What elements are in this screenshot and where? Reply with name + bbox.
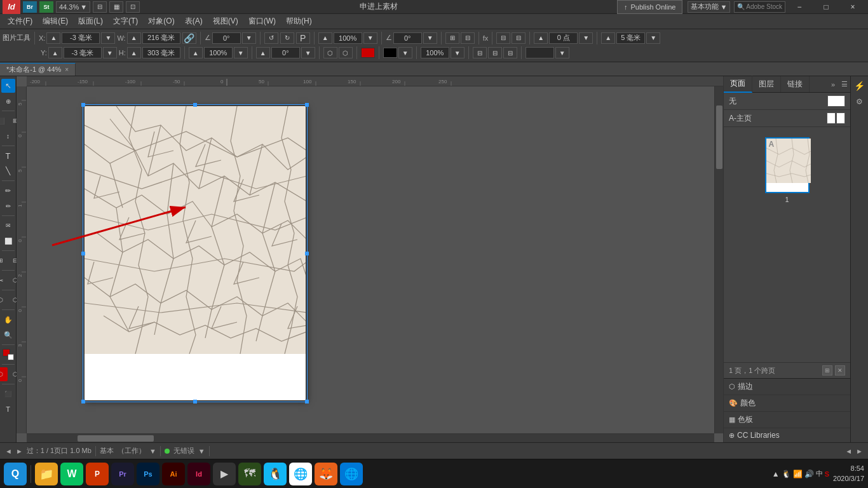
- stock-icon[interactable]: St: [39, 1, 53, 13]
- y-input[interactable]: [64, 47, 102, 58]
- menu-help[interactable]: 帮助(H): [281, 14, 317, 29]
- y-up[interactable]: ▲: [48, 47, 62, 58]
- free-transform[interactable]: ⬡: [0, 293, 8, 307]
- h-scroll-thumb[interactable]: [78, 435, 154, 442]
- document-tab[interactable]: *未命名-1 @ 44% ×: [0, 63, 76, 76]
- shear-input[interactable]: [271, 47, 300, 58]
- page-tool[interactable]: ⬛: [0, 114, 8, 128]
- taskbar-maps[interactable]: 🗺: [238, 463, 261, 485]
- flip-v[interactable]: ⬡: [323, 47, 337, 58]
- flip-h[interactable]: P: [296, 32, 310, 44]
- align-btn2[interactable]: ⊟: [512, 32, 526, 44]
- taskbar-wechat[interactable]: W: [60, 463, 83, 485]
- arrange-bot[interactable]: ⊟: [488, 47, 502, 58]
- pencil-tool[interactable]: ✏: [1, 184, 15, 198]
- menu-window[interactable]: 窗口(W): [243, 14, 281, 29]
- frame-fitting[interactable]: ⬛: [1, 387, 15, 401]
- panel-menu-btn[interactable]: ☰: [839, 80, 850, 88]
- view-btn[interactable]: ⊡: [126, 1, 140, 13]
- close-button[interactable]: ×: [840, 0, 865, 14]
- taskbar-clock[interactable]: 8:54 2020/3/17: [833, 464, 864, 484]
- w-up[interactable]: ▲: [127, 32, 141, 44]
- x-up[interactable]: ▲: [46, 32, 60, 44]
- tray-qq[interactable]: 🐧: [782, 470, 791, 478]
- select-tool[interactable]: ↖: [1, 79, 15, 93]
- hand-tool[interactable]: ✋: [1, 313, 15, 327]
- taskbar-illustrator[interactable]: Ai: [162, 463, 185, 485]
- size-arrow[interactable]: ▼: [646, 32, 660, 44]
- constrain-btn[interactable]: 🔗: [182, 32, 196, 44]
- stroke-panel-btn[interactable]: ⬡ 描边: [724, 379, 850, 395]
- taskbar-qq[interactable]: 🐧: [264, 463, 287, 485]
- menu-file[interactable]: 文件(F): [3, 14, 37, 29]
- settings-btn[interactable]: ⚙: [853, 95, 867, 109]
- taskbar-file-explorer[interactable]: 📁: [35, 463, 58, 485]
- opacity-arrow[interactable]: ▼: [451, 47, 465, 58]
- shape-tool1[interactable]: ⊞: [0, 254, 8, 268]
- shear-arrow[interactable]: ▼: [301, 47, 315, 58]
- text-frame[interactable]: T: [1, 402, 15, 416]
- menu-layout[interactable]: 版面(L): [73, 14, 108, 29]
- h-input[interactable]: [142, 47, 180, 58]
- w-input[interactable]: [142, 32, 180, 44]
- taskbar-media[interactable]: ▶: [213, 463, 236, 485]
- h-up[interactable]: ▲: [127, 47, 141, 58]
- size2-input[interactable]: [526, 47, 554, 58]
- rotate-right[interactable]: ↻: [280, 32, 294, 44]
- minimize-button[interactable]: −: [787, 0, 812, 14]
- scale-y-arrow[interactable]: ▼: [234, 47, 248, 58]
- scale-y-input[interactable]: [204, 47, 233, 58]
- arrange-top[interactable]: ⊟: [473, 47, 487, 58]
- menu-edit[interactable]: 编辑(E): [37, 14, 73, 29]
- horizontal-scrollbar[interactable]: [27, 433, 714, 442]
- layout-btn[interactable]: ▦: [109, 1, 123, 13]
- arrange-btn[interactable]: ⊟: [93, 1, 107, 13]
- pages-tab[interactable]: 页面: [724, 76, 752, 93]
- zoom-tool[interactable]: 🔍: [1, 328, 15, 342]
- scale-x-arrow[interactable]: ▼: [363, 32, 377, 44]
- arrange-fwd[interactable]: ⊟: [503, 47, 517, 58]
- basic-func-dropdown[interactable]: 基本功能 ▼: [688, 1, 730, 13]
- angle2-input[interactable]: [393, 32, 422, 44]
- bridge-icon[interactable]: Br: [23, 1, 37, 13]
- canvas-content[interactable]: [27, 86, 714, 433]
- rotate-left[interactable]: ↺: [264, 32, 278, 44]
- fill-color[interactable]: [361, 48, 375, 58]
- page-thumb[interactable]: A 1: [765, 137, 810, 193]
- smooth-tool[interactable]: ✏: [1, 199, 15, 213]
- v-scroll-thumb[interactable]: [716, 105, 722, 169]
- page-prev-btn[interactable]: ◄: [5, 447, 12, 455]
- status-scroll-right[interactable]: ►: [856, 447, 863, 455]
- menu-table[interactable]: 表(A): [180, 14, 208, 29]
- size2-arrow[interactable]: ▼: [555, 47, 569, 58]
- page-next-btn[interactable]: ►: [16, 447, 23, 455]
- text-tool[interactable]: T: [1, 149, 15, 163]
- tray-arrow[interactable]: ▲: [772, 470, 780, 478]
- taskbar-chrome[interactable]: 🌐: [289, 463, 312, 485]
- menu-text[interactable]: 文字(T): [108, 14, 143, 29]
- pts-input[interactable]: [549, 32, 578, 44]
- taskbar-quick-access[interactable]: Q: [4, 463, 27, 485]
- rect-frame-tool[interactable]: ⬜: [1, 234, 15, 248]
- size-up[interactable]: ▲: [601, 32, 615, 44]
- size-input[interactable]: [616, 32, 645, 44]
- menu-object[interactable]: 对象(O): [143, 14, 179, 29]
- none-row[interactable]: 无: [724, 93, 850, 110]
- content-btn[interactable]: ⊞: [445, 32, 459, 44]
- status-arrow-down[interactable]: ▼: [149, 447, 156, 455]
- scissors-tool[interactable]: ✂: [0, 273, 8, 287]
- pts-arrow[interactable]: ▼: [579, 32, 593, 44]
- panel-expand-btn[interactable]: »: [827, 81, 839, 88]
- swatches-panel-btn[interactable]: ▦ 色板: [724, 412, 850, 428]
- line-tool[interactable]: ╲: [1, 164, 15, 178]
- taskbar-network[interactable]: 🌐: [340, 463, 363, 485]
- frame-tool[interactable]: ✉: [1, 219, 15, 233]
- scale-x-input[interactable]: [334, 32, 362, 44]
- opacity-input[interactable]: [421, 47, 449, 58]
- x-input[interactable]: [62, 32, 100, 44]
- canvas-area[interactable]: -200 -150 -100 -50 0 50 100 150 200 250: [17, 76, 723, 442]
- master-row[interactable]: A-主页: [724, 110, 850, 127]
- content-collector[interactable]: ↕: [1, 129, 15, 143]
- normal-mode[interactable]: ⬡: [0, 367, 8, 381]
- menu-view[interactable]: 视图(V): [208, 14, 243, 29]
